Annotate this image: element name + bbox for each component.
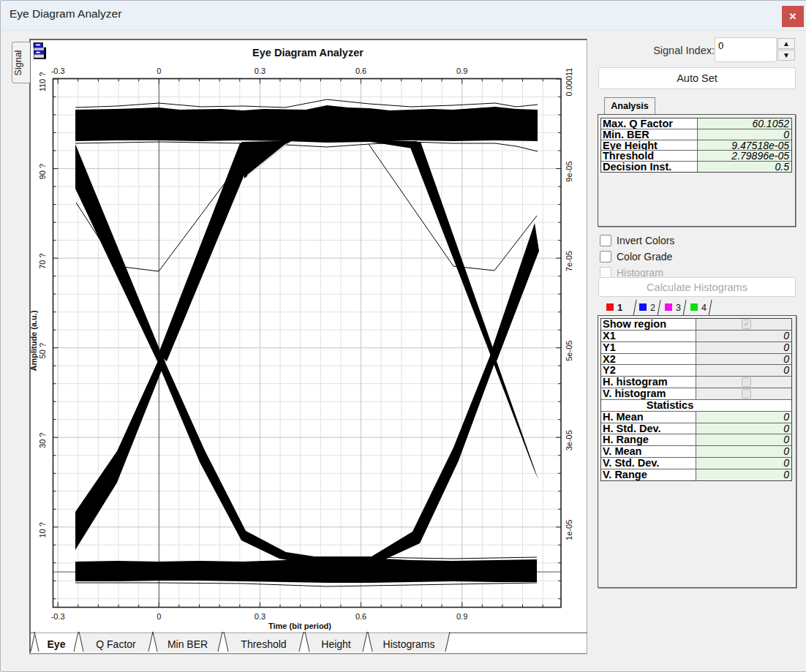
svg-text:Height: Height — [321, 638, 351, 650]
svg-text:2: 2 — [650, 303, 655, 313]
svg-text:7e-05: 7e-05 — [565, 251, 573, 271]
svg-text:Q Factor: Q Factor — [96, 638, 136, 650]
svg-text:110 ?: 110 ? — [38, 72, 47, 92]
svg-text:1e-05: 1e-05 — [565, 520, 573, 540]
svg-text:Eye Diagram Analyzer: Eye Diagram Analyzer — [252, 47, 364, 58]
svg-text:Time (bit period): Time (bit period) — [268, 622, 331, 630]
svg-text:Histograms: Histograms — [383, 638, 435, 650]
svg-text:5e-05: 5e-05 — [565, 341, 573, 361]
svg-text:Min BER: Min BER — [167, 638, 208, 650]
svg-text:Amplitude (a.u.): Amplitude (a.u.) — [29, 310, 38, 371]
svg-text:70 ?: 70 ? — [38, 253, 47, 268]
svg-text:Eye: Eye — [48, 638, 66, 650]
svg-text:1: 1 — [617, 302, 622, 313]
svg-text:9e-05: 9e-05 — [565, 161, 573, 181]
svg-text:-0.3: -0.3 — [51, 67, 65, 75]
svg-text:3e-05: 3e-05 — [565, 430, 573, 450]
svg-text:0: 0 — [157, 612, 161, 621]
svg-text:50 ?: 50 ? — [38, 343, 47, 358]
svg-text:0: 0 — [157, 67, 161, 75]
svg-text:-0.3: -0.3 — [51, 612, 65, 621]
svg-text:0.00011: 0.00011 — [565, 68, 573, 97]
svg-text:Threshold: Threshold — [241, 638, 286, 650]
svg-text:0.3: 0.3 — [255, 67, 265, 75]
svg-text:0.6: 0.6 — [355, 67, 366, 75]
svg-text:0.9: 0.9 — [456, 67, 467, 75]
svg-text:0.6: 0.6 — [355, 612, 366, 621]
svg-text:0.9: 0.9 — [456, 612, 467, 621]
svg-text:4: 4 — [701, 303, 707, 313]
svg-text:0.3: 0.3 — [255, 612, 265, 621]
svg-text:3: 3 — [676, 303, 681, 313]
svg-text:30 ?: 30 ? — [38, 433, 47, 448]
svg-text:10 ?: 10 ? — [38, 522, 47, 537]
svg-text:90 ?: 90 ? — [38, 164, 47, 179]
